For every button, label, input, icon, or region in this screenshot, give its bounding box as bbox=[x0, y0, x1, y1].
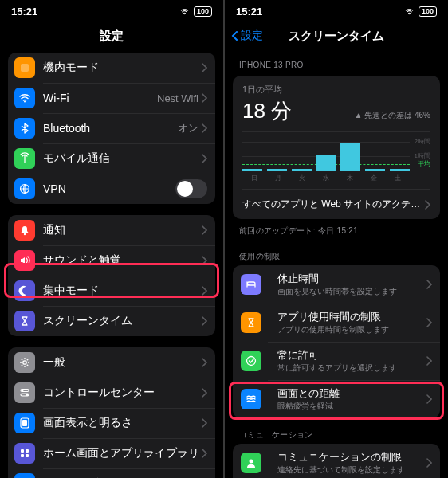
brightness-icon bbox=[14, 413, 35, 433]
screentime-screen: 15:21 100 設定 スクリーンタイム IPHONE 13 PRO 1日の平… bbox=[225, 0, 448, 478]
screentime-row-check[interactable]: 常に許可常に許可するアプリを選択します bbox=[233, 342, 440, 380]
grid-icon bbox=[14, 443, 35, 464]
switches-icon bbox=[14, 382, 35, 403]
settings-row-一般[interactable]: 一般 bbox=[8, 347, 215, 378]
wifi-icon bbox=[14, 88, 35, 108]
settings-row-スクリーンタイム[interactable]: スクリーンタイム bbox=[8, 306, 215, 336]
usage-card[interactable]: 1日の平均 18 分 ▲ 先週との差は 46% 2時間 1時間 平均 日月火水木… bbox=[233, 76, 440, 219]
accessibility-icon bbox=[14, 473, 35, 478]
settings-row-アクセシビリティ[interactable]: アクセシビリティ bbox=[8, 468, 215, 478]
chart-xlabel: 金 bbox=[362, 174, 386, 182]
battery-indicator: 100 bbox=[194, 6, 212, 17]
comm-header: コミュニケーション bbox=[225, 418, 448, 444]
limits-header: 使用の制限 bbox=[225, 240, 448, 265]
row-title: アプリ使用時間の制限 bbox=[277, 310, 426, 324]
row-label: 一般 bbox=[43, 355, 202, 370]
settings-row-通知[interactable]: 通知 bbox=[8, 215, 215, 245]
wifi-status-icon bbox=[403, 7, 415, 16]
settings-row-機内モード[interactable]: 機内モード bbox=[8, 53, 215, 83]
placeholder-icon bbox=[14, 57, 35, 78]
row-label: 通知 bbox=[43, 223, 202, 237]
bell-icon bbox=[14, 220, 35, 241]
row-value: Nest Wifi bbox=[157, 92, 198, 104]
device-header: IPHONE 13 PRO bbox=[225, 49, 448, 72]
usage-chart: 2時間 1時間 平均 日月火水木金土 bbox=[242, 131, 430, 182]
moon-icon bbox=[14, 280, 35, 301]
chart-bar bbox=[292, 169, 312, 171]
bluetooth-icon bbox=[14, 118, 35, 139]
battery-indicator: 100 bbox=[419, 6, 437, 17]
row-title: 休止時間 bbox=[277, 272, 426, 286]
speaker-icon bbox=[14, 250, 35, 271]
chevron-left-icon bbox=[231, 31, 239, 41]
row-label: モバイル通信 bbox=[43, 151, 202, 166]
row-label: 機内モード bbox=[43, 61, 202, 75]
status-time: 15:21 bbox=[236, 6, 262, 18]
settings-row-サウンドと触覚[interactable]: サウンドと触覚 bbox=[8, 245, 215, 276]
status-bar: 15:21 100 bbox=[225, 0, 448, 22]
settings-screen: 15:21 100 設定 機内モードWi-FiNest WifiBluetoot… bbox=[0, 0, 223, 478]
person-icon bbox=[241, 453, 261, 473]
chart-bar bbox=[267, 169, 287, 171]
row-label: 画面表示と明るさ bbox=[43, 416, 202, 430]
row-label: 集中モード bbox=[43, 284, 202, 298]
row-label: Bluetooth bbox=[43, 122, 178, 135]
check-icon bbox=[241, 351, 261, 371]
settings-row-ホーム画面とアプリライブラリ[interactable]: ホーム画面とアプリライブラリ bbox=[8, 438, 215, 468]
row-label: VPN bbox=[43, 182, 175, 195]
nav-bar: 設定 bbox=[0, 22, 223, 49]
chart-bar bbox=[316, 155, 336, 171]
chart-xlabel: 水 bbox=[314, 174, 338, 182]
chart-xlabel: 月 bbox=[266, 174, 290, 182]
chart-ylabel: 2時間 bbox=[415, 137, 430, 146]
chart-xlabel: 日 bbox=[242, 174, 266, 182]
row-title: 常に許可 bbox=[277, 348, 426, 362]
row-subtitle: 常に許可するアプリを選択します bbox=[277, 362, 426, 374]
chevron-right-icon bbox=[425, 200, 430, 210]
antenna-icon bbox=[14, 148, 35, 169]
nav-title: スクリーンタイム bbox=[289, 29, 384, 44]
screentime-row-bed[interactable]: 休止時間画面を見ない時間帯を設定します bbox=[233, 265, 440, 304]
settings-row-Wi-Fi[interactable]: Wi-FiNest Wifi bbox=[8, 83, 215, 113]
row-subtitle: アプリの使用時間を制限します bbox=[277, 324, 426, 335]
row-subtitle: 画面を見ない時間帯を設定します bbox=[277, 286, 426, 297]
row-subtitle: 眼精疲労を軽減 bbox=[277, 401, 426, 412]
waves-icon bbox=[241, 389, 261, 409]
chart-bar bbox=[340, 143, 360, 171]
row-label: サウンドと触覚 bbox=[43, 253, 202, 268]
row-title: コミュニケーションの制限 bbox=[277, 450, 426, 464]
hourglass-icon bbox=[14, 311, 35, 331]
settings-row-コントロールセンター[interactable]: コントロールセンター bbox=[8, 378, 215, 408]
chart-xlabel: 土 bbox=[386, 174, 410, 182]
bed-icon bbox=[241, 274, 261, 295]
screentime-row-waves[interactable]: 画面との距離眼精疲労を軽減 bbox=[233, 380, 440, 418]
all-activity-link[interactable]: すべてのアプリと Web サイトのアクテ… bbox=[242, 189, 430, 211]
settings-row-VPN[interactable]: VPN bbox=[8, 174, 215, 204]
row-label: ホーム画面とアプリライブラリ bbox=[43, 446, 202, 460]
status-time: 15:21 bbox=[11, 6, 37, 18]
settings-row-モバイル通信[interactable]: モバイル通信 bbox=[8, 143, 215, 174]
settings-row-画面表示と明るさ[interactable]: 画面表示と明るさ bbox=[8, 408, 215, 438]
status-bar: 15:21 100 bbox=[0, 0, 223, 22]
chart-ylabel-avg: 平均 bbox=[418, 159, 430, 168]
globe-icon bbox=[14, 178, 35, 199]
toggle[interactable] bbox=[175, 179, 207, 198]
back-label: 設定 bbox=[241, 29, 263, 43]
chart-bar bbox=[242, 169, 262, 171]
wifi-status-icon bbox=[179, 7, 191, 16]
settings-row-集中モード[interactable]: 集中モード bbox=[8, 276, 215, 306]
nav-title: 設定 bbox=[100, 29, 124, 44]
avg-value: 18 分 bbox=[242, 97, 292, 125]
row-label: Wi-Fi bbox=[43, 92, 157, 104]
screentime-row-person[interactable]: コミュニケーションの制限連絡先に基づいて制限を設定します bbox=[233, 444, 440, 478]
chart-bar bbox=[365, 169, 385, 171]
settings-row-Bluetooth[interactable]: Bluetoothオン bbox=[8, 113, 215, 143]
screentime-row-hourglass[interactable]: アプリ使用時間の制限アプリの使用時間を制限します bbox=[233, 304, 440, 342]
row-subtitle: 連絡先に基づいて制限を設定します bbox=[277, 464, 426, 476]
back-button[interactable]: 設定 bbox=[231, 29, 263, 43]
avg-diff: ▲ 先週との差は 46% bbox=[355, 110, 430, 121]
row-label: スクリーンタイム bbox=[43, 314, 202, 328]
chart-xlabel: 木 bbox=[338, 174, 362, 182]
avg-label: 1日の平均 bbox=[242, 84, 430, 96]
row-label: コントロールセンター bbox=[43, 386, 202, 400]
